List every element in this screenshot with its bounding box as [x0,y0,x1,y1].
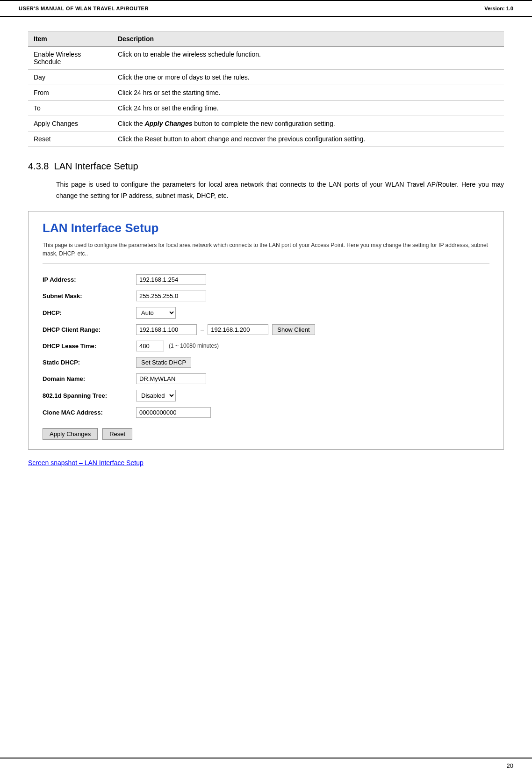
dhcp-range-separator: – [201,326,204,333]
action-buttons: Apply Changes Reset [43,428,489,440]
table-section: Item Description Enable Wireless Schedul… [28,31,504,147]
item-day: Day [28,70,112,85]
item-reset: Reset [28,131,112,147]
page-header: USER'S MANUAL OF WLAN TRAVEL AP/ROUTER V… [0,0,532,17]
dhcp-range-to-input[interactable] [208,324,268,335]
subnet-mask-input[interactable] [136,291,206,301]
dhcp-lease-time-input[interactable] [136,341,164,351]
version-label: Version: 1.0 [484,6,513,11]
table-row: Enable Wireless Schedule Click on to ena… [28,47,504,70]
lan-box-title: LAN Interface Setup [43,221,489,235]
col-item-header: Item [28,31,112,47]
desc-reset: Click the Reset button to abort change a… [112,131,504,147]
subnet-mask-row: Subnet Mask: [43,288,489,304]
section-number: 4.3.8 [28,161,49,171]
static-dhcp-value: Set Static DHCP [136,354,489,371]
reset-button[interactable]: Reset [102,428,132,440]
subnet-mask-value [136,288,489,304]
dhcp-select[interactable]: Auto Enabled Disabled [136,307,176,319]
dhcp-row: DHCP: Auto Enabled Disabled [43,304,489,321]
ip-address-label: IP Address: [43,271,136,288]
clone-mac-label: Clone MAC Address: [43,404,136,421]
table-row: Day Click the one or more of days to set… [28,70,504,85]
domain-name-row: Domain Name: [43,371,489,387]
desc-enable-wireless: Click on to enable the wireless schedule… [112,47,504,70]
desc-day: Click the one or more of days to set the… [112,70,504,85]
dhcp-label: DHCP: [43,304,136,321]
section-heading: 4.3.8 LAN Interface Setup [28,161,504,172]
domain-name-value [136,371,489,387]
desc-from: Click 24 hrs or set the starting time. [112,85,504,101]
dhcp-range-container: – Show Client [136,324,489,335]
main-content: Item Description Enable Wireless Schedul… [0,17,532,490]
spanning-tree-row: 802.1d Spanning Tree: Disabled Enabled [43,387,489,404]
dhcp-lease-time-hint: (1 ~ 10080 minutes) [169,343,219,349]
ip-address-row: IP Address: [43,271,489,288]
dhcp-range-from-input[interactable] [136,324,197,335]
item-to: To [28,101,112,116]
dhcp-value: Auto Enabled Disabled [136,304,489,321]
dhcp-lease-time-label: DHCP Lease Time: [43,338,136,354]
section-body: This page is used to configure the param… [28,179,504,202]
static-dhcp-row: Static DHCP: Set Static DHCP [43,354,489,371]
ip-address-input[interactable] [136,274,206,285]
apply-changes-bold: Apply Changes [145,120,193,127]
item-enable-wireless: Enable Wireless Schedule [28,47,112,70]
domain-name-label: Domain Name: [43,371,136,387]
apply-changes-button[interactable]: Apply Changes [43,428,98,440]
desc-to: Click 24 hrs or set the ending time. [112,101,504,116]
page-footer: 20 [0,758,532,773]
spanning-tree-select[interactable]: Disabled Enabled [136,390,176,401]
set-static-dhcp-button[interactable]: Set Static DHCP [136,357,191,368]
domain-name-input[interactable] [136,373,206,384]
desc-apply-changes: Click the Apply Changes button to comple… [112,116,504,131]
lan-form: IP Address: Subnet Mask: DHCP: Auto En [43,271,489,421]
lan-box-description: This page is used to configure the param… [43,241,489,264]
table-row: From Click 24 hrs or set the starting ti… [28,85,504,101]
table-row: To Click 24 hrs or set the ending time. [28,101,504,116]
table-row: Apply Changes Click the Apply Changes bu… [28,116,504,131]
col-desc-header: Description [112,31,504,47]
table-row: Reset Click the Reset button to abort ch… [28,131,504,147]
item-from: From [28,85,112,101]
page-number: 20 [507,762,513,769]
ip-address-value [136,271,489,288]
screenshot-caption: Screen snapshot – LAN Interface Setup [28,459,504,467]
clone-mac-row: Clone MAC Address: [43,404,489,421]
subnet-mask-label: Subnet Mask: [43,288,136,304]
manual-title: USER'S MANUAL OF WLAN TRAVEL AP/ROUTER [19,6,149,11]
dhcp-client-range-value: – Show Client [136,321,489,338]
dhcp-lease-time-row: DHCP Lease Time: (1 ~ 10080 minutes) [43,338,489,354]
clone-mac-input[interactable] [136,407,211,418]
items-table: Item Description Enable Wireless Schedul… [28,31,504,147]
section-title: LAN Interface Setup [54,161,138,171]
dhcp-client-range-label: DHCP Client Range: [43,321,136,338]
lease-time-container: (1 ~ 10080 minutes) [136,341,489,351]
show-client-button[interactable]: Show Client [272,324,315,335]
static-dhcp-label: Static DHCP: [43,354,136,371]
dhcp-lease-time-value: (1 ~ 10080 minutes) [136,338,489,354]
spanning-tree-label: 802.1d Spanning Tree: [43,387,136,404]
spanning-tree-value: Disabled Enabled [136,387,489,404]
clone-mac-value [136,404,489,421]
item-apply-changes: Apply Changes [28,116,112,131]
dhcp-client-range-row: DHCP Client Range: – Show Client [43,321,489,338]
lan-interface-setup-box: LAN Interface Setup This page is used to… [28,211,504,450]
